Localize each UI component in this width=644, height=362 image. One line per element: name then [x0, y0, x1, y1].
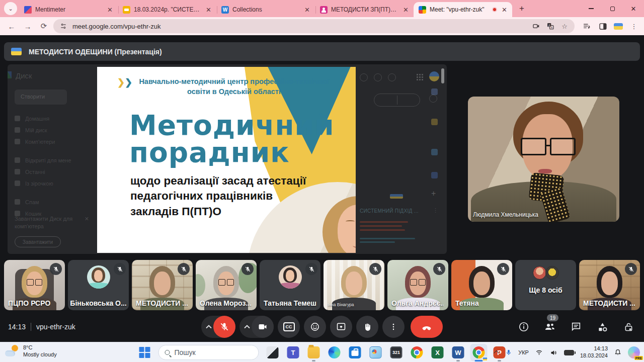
participants-filmstrip: ПЦПО РСРОБіньковська О...МЕТОДИСТИ ...Ол… — [4, 260, 640, 310]
word-icon[interactable]: W — [451, 345, 465, 359]
tab-capture-icon[interactable] — [531, 21, 541, 31]
browser-tab[interactable]: 18.03.2024р. "СИСТЕМНИЙ ПІ...✕ — [118, 2, 216, 17]
participant-tile[interactable]: Інна Вінагура — [324, 260, 384, 310]
participant-name-label: Тетяна — [455, 299, 479, 307]
tab-close-icon[interactable]: ✕ — [402, 6, 410, 14]
back-button[interactable]: ← — [5, 20, 18, 33]
excel-icon[interactable]: X — [431, 345, 445, 359]
participant-name-label: Біньковська О... — [68, 299, 129, 307]
mic-muted-icon — [242, 263, 254, 275]
tab-close-icon[interactable]: ✕ — [205, 6, 212, 14]
copilot-pre-badge: PRE — [634, 356, 643, 360]
copilot-icon[interactable]: PRE — [628, 346, 640, 358]
participant-tile[interactable]: Ольга Андрєє... — [387, 260, 448, 310]
translate-icon[interactable]: あA — [545, 21, 555, 31]
profile-avatar-ukraine-flag[interactable] — [614, 23, 623, 30]
media-controls-icon[interactable] — [582, 21, 592, 31]
battery-icon[interactable] — [564, 350, 574, 355]
minimize-button[interactable] — [581, 0, 602, 17]
more-options-button[interactable] — [382, 316, 405, 338]
participant-name-label: Татьяна Темеш — [260, 299, 320, 307]
language-indicator[interactable]: УКР — [518, 349, 529, 355]
browser-tab[interactable]: Mentimeter✕ — [19, 2, 118, 17]
tab-title: Mentimeter — [35, 6, 103, 13]
browser-tab[interactable]: WCollections✕ — [216, 2, 315, 17]
mic-muted-icon — [305, 263, 317, 275]
camera-options-chevron[interactable] — [239, 316, 252, 338]
bookmark-star-icon[interactable]: ☆ — [559, 21, 570, 31]
chrome-active-icon[interactable] — [472, 345, 486, 359]
people-button[interactable]: 19 — [543, 320, 556, 333]
browser-tab[interactable]: МЕТОДИСТИ ЗП(ПТ)О ОДЕЩ...✕ — [315, 2, 414, 17]
participant-tile[interactable]: Татьяна Темеш — [260, 260, 320, 310]
task-view-button[interactable] — [266, 345, 280, 359]
site-info-icon[interactable] — [58, 21, 68, 31]
address-bar[interactable]: meet.google.com/vpu-ethr-zuk あA ☆ — [53, 19, 575, 33]
drive-promo-text: Завантажити Диск для комп'ютера✕ — [15, 215, 90, 231]
host-controls-button[interactable] — [622, 320, 635, 333]
weather-desc: Mostly cloudy — [23, 351, 57, 358]
tab-close-icon[interactable]: ✕ — [501, 6, 508, 14]
captions-button[interactable]: CC — [278, 316, 300, 338]
meeting-details-button[interactable] — [517, 320, 530, 333]
drive-sidebar-items: ДомашняМій дискКомп'ютериВідкриті для ме… — [15, 113, 90, 219]
tab-close-icon[interactable]: ✕ — [303, 6, 311, 14]
presentation-title: МЕТОДИСТИ ОДЕЩИНИ (Презентація) — [29, 48, 162, 56]
microsoft-store-icon[interactable] — [348, 345, 362, 359]
mic-control-group — [201, 316, 235, 338]
mic-mute-button[interactable] — [213, 316, 235, 338]
taskbar-weather-widget[interactable]: 8°C Mostly cloudy — [5, 344, 57, 358]
close-button[interactable]: ✕ — [623, 0, 644, 17]
taskbar-search[interactable]: Пошук — [158, 345, 259, 360]
reload-button[interactable]: ⟳ — [37, 20, 50, 33]
maximize-button[interactable] — [602, 0, 623, 17]
slides-favicon — [123, 6, 130, 14]
participant-tile[interactable]: Ще 8 осіб — [515, 260, 576, 310]
wifi-icon[interactable] — [535, 349, 543, 356]
drive-logo: Диск — [16, 71, 32, 80]
forward-button[interactable]: → — [21, 20, 34, 33]
present-button[interactable] — [330, 316, 352, 338]
drive-file-menu-icon: ⋮ — [433, 207, 438, 214]
media-player-icon[interactable]: 321 — [389, 345, 404, 359]
participant-tile[interactable]: ПЦПО РСРО — [4, 260, 65, 310]
reactions-button[interactable] — [304, 316, 326, 338]
chrome-icon[interactable] — [410, 345, 424, 359]
participant-tile[interactable]: Тетяна — [451, 260, 512, 310]
tray-clock[interactable]: 14:1318.03.2024 — [580, 345, 608, 359]
raise-hand-button[interactable] — [356, 316, 378, 338]
weather-icon — [5, 344, 19, 357]
participant-tile[interactable]: МЕТОДИСТИ ... — [132, 260, 193, 310]
mic-muted-icon — [114, 263, 126, 275]
end-call-button[interactable] — [411, 316, 443, 338]
speaker-video-tile[interactable]: Людмила Хмельницька — [468, 97, 619, 222]
volume-icon[interactable] — [549, 349, 558, 356]
browser-toolbar: ← → ⟳ meet.google.com/vpu-ethr-zuk あA ☆ … — [0, 17, 644, 35]
presentation-banner: МЕТОДИСТИ ОДЕЩИНИ (Презентація) — [4, 42, 640, 61]
participant-tile[interactable]: МЕТОДИСТИ ... — [579, 260, 640, 310]
teams-icon[interactable]: T — [286, 345, 300, 359]
drive-info-icon — [429, 95, 437, 103]
camera-button[interactable] — [252, 316, 274, 338]
browser-tab[interactable]: Meet: "vpu-ethr-zuk"✕ — [414, 2, 512, 17]
side-panel-icon[interactable] — [598, 21, 608, 31]
participant-tile[interactable]: Біньковська О... — [68, 260, 129, 310]
start-button[interactable] — [138, 345, 152, 359]
tab-close-icon[interactable]: ✕ — [106, 6, 114, 14]
chat-button[interactable] — [570, 320, 583, 333]
participant-name-label: Ольга Андрєє... — [391, 299, 443, 307]
tab-search-button[interactable]: ⌄ — [4, 2, 17, 15]
url-text[interactable]: meet.google.com/vpu-ethr-zuk — [72, 23, 527, 30]
tray-mic-icon[interactable] — [505, 348, 512, 356]
edge-icon[interactable] — [328, 345, 342, 359]
camera-control-group — [239, 316, 274, 338]
tab-recording-indicator — [492, 7, 497, 12]
new-tab-button[interactable]: + — [515, 2, 528, 15]
notifications-bell-icon[interactable] — [614, 348, 622, 356]
activities-button[interactable] — [596, 320, 609, 333]
browser-menu-icon[interactable]: ⋮ — [629, 21, 639, 31]
mic-options-chevron[interactable] — [201, 316, 213, 338]
participant-tile[interactable]: Олена Мороз... — [196, 260, 257, 310]
photos-app-icon[interactable] — [369, 345, 383, 359]
file-explorer-icon[interactable] — [307, 345, 321, 359]
